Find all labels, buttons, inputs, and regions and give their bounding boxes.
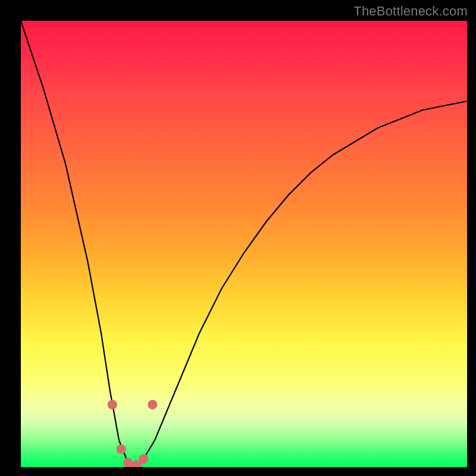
marker-dot: [132, 460, 142, 467]
marker-dot: [117, 444, 126, 454]
chart-overlay: [21, 21, 467, 467]
highlight-markers: [108, 400, 157, 467]
marker-dot: [108, 400, 117, 409]
marker-dot: [123, 458, 133, 468]
bottleneck-curve-path: [21, 21, 467, 467]
marker-dot: [148, 400, 157, 409]
watermark-text: TheBottleneck.com: [353, 4, 468, 19]
marker-dot: [139, 455, 148, 464]
chart-plot-area: [21, 21, 467, 467]
chart-stage: TheBottleneck.com: [0, 0, 476, 476]
marker-dot: [128, 462, 137, 467]
